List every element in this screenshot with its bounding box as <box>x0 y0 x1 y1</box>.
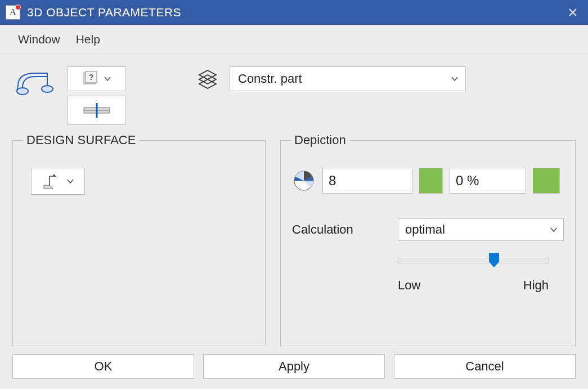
svg-point-15 <box>53 175 55 176</box>
transparency-color-swatch[interactable] <box>533 168 560 194</box>
chevron-down-icon <box>104 75 111 83</box>
calculation-value: optimal <box>405 222 445 237</box>
client-area: ? Constr. part <box>0 54 588 389</box>
svg-point-2 <box>42 86 53 92</box>
menu-help[interactable]: Help <box>68 29 108 50</box>
top-toolbar: ? Constr. part <box>12 66 576 125</box>
app-icon: A <box>6 5 20 20</box>
design-surface-legend: DESIGN SURFACE <box>23 133 139 147</box>
layer-select-value: Constr. part <box>238 71 302 86</box>
segments-color-swatch[interactable] <box>419 168 443 194</box>
calculation-select[interactable]: optimal <box>398 218 564 241</box>
svg-text:?: ? <box>89 73 94 82</box>
svg-marker-17 <box>489 253 499 267</box>
layer-select[interactable]: Constr. part <box>230 66 466 91</box>
calculation-slider[interactable] <box>398 258 549 263</box>
position-axis-button[interactable] <box>68 96 126 125</box>
title-bar: A 3D OBJECT PARAMETERS <box>0 0 588 25</box>
close-button[interactable] <box>563 3 582 22</box>
library-dropdown-button[interactable]: ? <box>68 66 126 91</box>
surface-align-icon <box>42 173 62 190</box>
depiction-group: Depiction 8 0 % <box>280 133 576 346</box>
segments-icon <box>292 169 316 193</box>
menu-window[interactable]: Window <box>10 29 68 50</box>
chevron-down-icon <box>550 226 558 234</box>
design-surface-button[interactable] <box>31 168 85 195</box>
transparency-value: 0 % <box>456 173 479 189</box>
chevron-down-icon <box>451 75 459 83</box>
close-icon <box>568 8 577 17</box>
depiction-legend: Depiction <box>291 133 349 147</box>
menu-bar: Window Help <box>0 25 588 54</box>
window-title: 3D OBJECT PARAMETERS <box>27 6 181 19</box>
transparency-input[interactable]: 0 % <box>450 168 526 194</box>
object-type-icon <box>12 66 59 101</box>
design-surface-group: DESIGN SURFACE <box>12 133 266 346</box>
layers-icon <box>197 68 218 90</box>
ok-button[interactable]: OK <box>12 354 194 379</box>
cancel-button[interactable]: Cancel <box>394 354 576 379</box>
svg-point-3 <box>17 88 28 95</box>
footer-buttons: OK Apply Cancel <box>12 354 576 379</box>
slider-thumb-icon <box>489 253 499 267</box>
chevron-down-icon <box>66 177 74 185</box>
axis-icon <box>82 102 112 119</box>
segments-value: 8 <box>329 173 336 189</box>
apply-button[interactable]: Apply <box>203 354 385 379</box>
segments-input[interactable]: 8 <box>322 168 412 194</box>
unknown-library-icon: ? <box>82 71 98 87</box>
calculation-label: Calculation <box>292 222 388 237</box>
slider-high-label: High <box>523 278 549 293</box>
slider-low-label: Low <box>398 278 420 293</box>
